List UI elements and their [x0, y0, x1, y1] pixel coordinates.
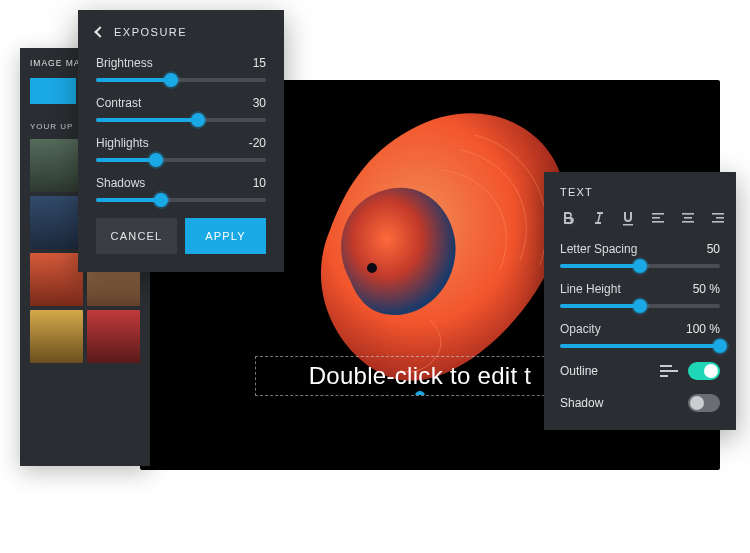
- opacity-label: Opacity: [560, 322, 601, 336]
- highlights-track[interactable]: [96, 158, 266, 162]
- cancel-button[interactable]: CANCEL: [96, 218, 177, 254]
- line-height-value: 50 %: [693, 282, 720, 296]
- slider-knob[interactable]: [713, 339, 727, 353]
- svg-rect-4: [682, 213, 694, 215]
- apply-button[interactable]: APPLY: [185, 218, 266, 254]
- shadows-label: Shadows: [96, 176, 145, 190]
- letter-spacing-value: 50: [707, 242, 720, 256]
- opacity-slider: Opacity 100 %: [560, 322, 720, 348]
- slider-knob[interactable]: [633, 259, 647, 273]
- align-left-icon[interactable]: [650, 210, 666, 226]
- exposure-title: EXPOSURE: [114, 26, 187, 38]
- outline-settings-icon[interactable]: [660, 370, 678, 372]
- underline-icon[interactable]: [620, 210, 636, 226]
- line-height-label: Line Height: [560, 282, 621, 296]
- highlights-slider: Highlights -20: [96, 136, 266, 162]
- slider-knob[interactable]: [154, 193, 168, 207]
- svg-rect-8: [716, 217, 724, 219]
- text-edit-frame[interactable]: Double-click to edit t: [255, 356, 585, 396]
- sidebar-active-tab[interactable]: [30, 78, 76, 104]
- thumbnail[interactable]: [30, 139, 83, 192]
- svg-point-0: [367, 263, 377, 273]
- outline-label: Outline: [560, 364, 598, 378]
- thumbnail[interactable]: [30, 196, 83, 249]
- text-panel-title: TEXT: [560, 186, 720, 198]
- text-format-tools: [560, 210, 720, 226]
- brightness-slider: Brightness 15: [96, 56, 266, 82]
- contrast-label: Contrast: [96, 96, 141, 110]
- shadow-label: Shadow: [560, 396, 603, 410]
- svg-rect-1: [652, 213, 664, 215]
- line-height-track[interactable]: [560, 304, 720, 308]
- brightness-track[interactable]: [96, 78, 266, 82]
- align-center-icon[interactable]: [680, 210, 696, 226]
- svg-rect-9: [712, 221, 724, 223]
- letter-spacing-track[interactable]: [560, 264, 720, 268]
- contrast-track[interactable]: [96, 118, 266, 122]
- opacity-track[interactable]: [560, 344, 720, 348]
- line-height-slider: Line Height 50 %: [560, 282, 720, 308]
- back-chevron-icon[interactable]: [94, 26, 105, 37]
- slider-knob[interactable]: [164, 73, 178, 87]
- svg-rect-7: [712, 213, 724, 215]
- bold-icon[interactable]: [560, 210, 576, 226]
- svg-rect-5: [684, 217, 692, 219]
- thumbnail[interactable]: [30, 310, 83, 363]
- align-right-icon[interactable]: [710, 210, 726, 226]
- brightness-label: Brightness: [96, 56, 153, 70]
- italic-icon[interactable]: [590, 210, 606, 226]
- highlights-label: Highlights: [96, 136, 149, 150]
- letter-spacing-label: Letter Spacing: [560, 242, 637, 256]
- svg-rect-2: [652, 217, 660, 219]
- slider-knob[interactable]: [191, 113, 205, 127]
- thumbnail[interactable]: [87, 310, 140, 363]
- highlights-value: -20: [249, 136, 266, 150]
- brightness-value: 15: [253, 56, 266, 70]
- outline-toggle[interactable]: [688, 362, 720, 380]
- letter-spacing-slider: Letter Spacing 50: [560, 242, 720, 268]
- slider-knob[interactable]: [149, 153, 163, 167]
- exposure-panel: EXPOSURE Brightness 15 Contrast 30 Highl…: [78, 10, 284, 272]
- shadows-value: 10: [253, 176, 266, 190]
- svg-rect-6: [682, 221, 694, 223]
- shadows-track[interactable]: [96, 198, 266, 202]
- text-placeholder: Double-click to edit t: [309, 362, 532, 390]
- text-panel: TEXT Letter Spacing 50 Line Height 50 % …: [544, 172, 736, 430]
- shadows-slider: Shadows 10: [96, 176, 266, 202]
- slider-knob[interactable]: [633, 299, 647, 313]
- opacity-value: 100 %: [686, 322, 720, 336]
- shadow-toggle[interactable]: [688, 394, 720, 412]
- thumbnail[interactable]: [30, 253, 83, 306]
- contrast-slider: Contrast 30: [96, 96, 266, 122]
- contrast-value: 30: [253, 96, 266, 110]
- exposure-sliders: Brightness 15 Contrast 30 Highlights -20: [96, 56, 266, 202]
- svg-rect-3: [652, 221, 664, 223]
- text-resize-handle-bottom[interactable]: [415, 391, 425, 396]
